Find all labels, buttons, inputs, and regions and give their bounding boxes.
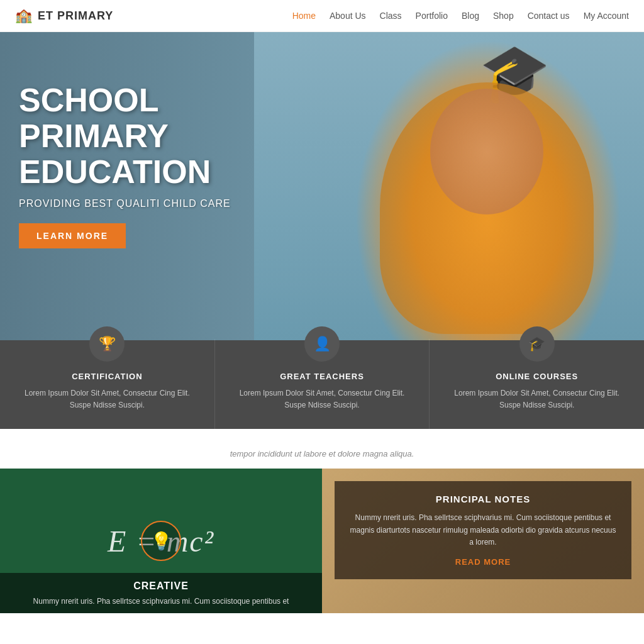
nav-item-portfolio[interactable]: Portfolio bbox=[416, 11, 448, 21]
learn-more-button[interactable]: LEARN MORE bbox=[19, 223, 126, 248]
mid-section: tempor incididunt ut labore et dolore ma… bbox=[0, 429, 644, 469]
feature-icon: 👤 bbox=[304, 326, 340, 362]
nav-item-home[interactable]: Home bbox=[292, 11, 316, 21]
feature-desc: Lorem Ipsum Dolor Sit Amet, Consectur Ci… bbox=[445, 387, 629, 411]
hero-background: 🎓 bbox=[254, 32, 644, 340]
feature-desc: Lorem Ipsum Dolor Sit Amet, Consectur Ci… bbox=[230, 387, 414, 411]
principal-desc: Nummy nrerit uris. Pha sellrtsce sciphva… bbox=[348, 512, 618, 548]
two-col-section: E = mc² 💡 CREATIVE Nummy nrerit uris. Ph… bbox=[0, 469, 644, 613]
main-nav: HomeAbout UsClassPortfolioBlogShopContac… bbox=[292, 11, 629, 21]
creative-overlay: CREATIVE Nummy nrerit uris. Pha sellrtsc… bbox=[0, 573, 322, 613]
feature-title: CERTIFICATION bbox=[15, 372, 199, 381]
nav-item-blog[interactable]: Blog bbox=[462, 11, 479, 21]
nav-item-my-account[interactable]: My Account bbox=[584, 11, 629, 21]
feature-icon: 🏆 bbox=[89, 326, 125, 362]
creative-title: CREATIVE bbox=[10, 580, 312, 592]
feature-desc: Lorem Ipsum Dolor Sit Amet, Consectur Ci… bbox=[15, 387, 199, 411]
lightbulb-icon: 💡 bbox=[141, 521, 181, 561]
child-head bbox=[430, 89, 543, 214]
hero-subtitle: PROVIDING BEST QUALITI CHILD CARE bbox=[19, 198, 283, 209]
nav-item-class[interactable]: Class bbox=[380, 11, 402, 21]
nav-item-contact-us[interactable]: Contact us bbox=[528, 11, 570, 21]
hero-text: SCHOOL PRIMARY EDUCATION PROVIDING BEST … bbox=[0, 82, 302, 248]
nav-item-shop[interactable]: Shop bbox=[493, 11, 514, 21]
principal-section: PRINCIPAL NOTES Nummy nrerit uris. Pha s… bbox=[322, 469, 644, 613]
feature-item: 🎓 ONLINE COURSES Lorem Ipsum Dolor Sit A… bbox=[430, 339, 644, 429]
header: 🏫 ET PRIMARY HomeAbout UsClassPortfolioB… bbox=[0, 0, 644, 32]
logo-text: ET PRIMARY bbox=[38, 9, 113, 23]
hero-section: 🎓 SCHOOL PRIMARY EDUCATION PROVIDING BES… bbox=[0, 32, 644, 340]
feature-title: GREAT TEACHERS bbox=[230, 372, 414, 381]
mid-tagline: tempor incididunt ut labore et dolore ma… bbox=[15, 449, 629, 458]
principal-overlay: PRINCIPAL NOTES Nummy nrerit uris. Pha s… bbox=[335, 481, 631, 579]
read-more-link[interactable]: READ MORE bbox=[348, 557, 618, 567]
features-strip: 🏆 CERTIFICATION Lorem Ipsum Dolor Sit Am… bbox=[0, 339, 644, 429]
creative-desc: Nummy nrerit uris. Pha sellrtsce sciphva… bbox=[10, 596, 312, 607]
creative-section: E = mc² 💡 CREATIVE Nummy nrerit uris. Ph… bbox=[0, 469, 322, 613]
logo-icon: 🏫 bbox=[15, 8, 33, 24]
logo[interactable]: 🏫 ET PRIMARY bbox=[15, 8, 113, 24]
feature-item: 👤 GREAT TEACHERS Lorem Ipsum Dolor Sit A… bbox=[215, 339, 430, 429]
feature-item: 🏆 CERTIFICATION Lorem Ipsum Dolor Sit Am… bbox=[0, 339, 215, 429]
principal-title: PRINCIPAL NOTES bbox=[348, 494, 618, 504]
feature-icon: 🎓 bbox=[519, 326, 555, 362]
feature-title: ONLINE COURSES bbox=[445, 372, 629, 381]
nav-item-about-us[interactable]: About Us bbox=[330, 11, 366, 21]
hero-title: SCHOOL PRIMARY EDUCATION bbox=[19, 82, 283, 191]
